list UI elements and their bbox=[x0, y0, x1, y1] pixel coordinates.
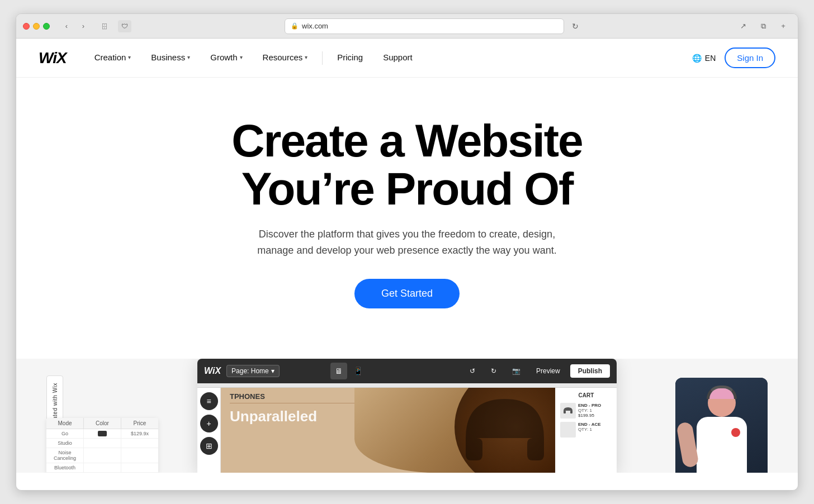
sign-in-button[interactable]: Sign In bbox=[725, 47, 775, 68]
get-started-button[interactable]: Get Started bbox=[354, 279, 460, 308]
forward-button[interactable]: › bbox=[75, 20, 91, 32]
product-row-0: Go $129.9x bbox=[46, 429, 158, 439]
copy-button[interactable]: ⧉ bbox=[755, 20, 771, 32]
share-button[interactable]: ↗ bbox=[735, 20, 751, 32]
page-selector[interactable]: Page: Home ▾ bbox=[226, 365, 280, 377]
headphone-icon bbox=[562, 406, 574, 415]
close-button[interactable] bbox=[23, 23, 30, 30]
cart-item-0-image bbox=[560, 403, 576, 419]
nav-item-business[interactable]: Business ▾ bbox=[141, 39, 200, 78]
row-price-1 bbox=[121, 439, 158, 448]
address-bar[interactable]: 🔒 wix.com bbox=[285, 18, 564, 34]
chevron-down-icon-3: ▾ bbox=[240, 54, 243, 60]
row-mode-1: Studio bbox=[46, 439, 84, 448]
editor-ruler bbox=[197, 383, 617, 388]
back-button[interactable]: ‹ bbox=[59, 20, 74, 32]
minimize-button[interactable] bbox=[33, 23, 40, 30]
chevron-down-icon-2: ▾ bbox=[187, 54, 190, 60]
browser-actions: ↗ ⧉ + bbox=[735, 20, 791, 32]
side-icon-grid[interactable]: ⊞ bbox=[200, 437, 218, 455]
row-mode-3: Bluetooth bbox=[46, 463, 84, 472]
row-color-2 bbox=[84, 448, 121, 463]
shirt-logo bbox=[731, 428, 740, 437]
address-bar-container: 🔒 wix.com ↻ bbox=[136, 18, 731, 34]
browser-nav-buttons: ‹ › bbox=[59, 20, 91, 32]
cart-panel: CART END - PRO QTY: 1 bbox=[555, 388, 617, 473]
person-figure bbox=[675, 378, 768, 473]
chevron-down-icon-4: ▾ bbox=[305, 54, 307, 60]
person-card bbox=[675, 378, 768, 473]
publish-button[interactable]: Publish bbox=[570, 364, 610, 378]
site-nav: WiX Creation ▾ Business ▾ Growth ▾ Resou… bbox=[16, 39, 798, 78]
nav-support-label: Support bbox=[383, 53, 413, 62]
cart-item-0-price: $199.95 bbox=[578, 413, 601, 418]
row-mode-2: Noise Canceling bbox=[46, 448, 84, 463]
product-row-2: Noise Canceling bbox=[46, 448, 158, 463]
extension-icon[interactable]: 🛡 bbox=[118, 20, 131, 32]
add-tab-button[interactable]: + bbox=[775, 20, 791, 32]
browser-titlebar: ‹ › ⌹ 🛡 🔒 wix.com ↻ ↗ ⧉ + bbox=[16, 14, 798, 39]
reload-button[interactable]: ↻ bbox=[569, 20, 582, 32]
nav-item-support[interactable]: Support bbox=[373, 39, 423, 78]
nav-business-label: Business bbox=[151, 53, 185, 62]
color-swatch-0 bbox=[98, 431, 107, 436]
nav-resources-label: Resources bbox=[263, 53, 303, 62]
side-icon-add[interactable]: + bbox=[200, 415, 218, 432]
editor-toolbar-right: ↺ ↻ 📷 Preview Publish bbox=[464, 364, 610, 378]
row-color-3 bbox=[84, 463, 121, 472]
nav-divider bbox=[322, 51, 323, 65]
nav-item-creation[interactable]: Creation ▾ bbox=[84, 39, 141, 78]
desktop-view-btn[interactable]: 🖥 bbox=[330, 363, 347, 379]
editor-toolbar: WiX Page: Home ▾ 🖥 📱 ↺ bbox=[197, 359, 617, 383]
wix-logo: WiX bbox=[39, 49, 67, 67]
page-chevron: ▾ bbox=[271, 367, 275, 375]
lock-icon: 🔒 bbox=[291, 22, 299, 30]
nav-item-growth[interactable]: Growth ▾ bbox=[200, 39, 252, 78]
mobile-view-btn[interactable]: 📱 bbox=[349, 363, 366, 379]
row-color-0 bbox=[84, 429, 121, 438]
row-price-3 bbox=[121, 463, 158, 472]
url-text: wix.com bbox=[302, 22, 328, 30]
language-label: EN bbox=[705, 54, 716, 63]
nav-item-resources[interactable]: Resources ▾ bbox=[253, 39, 318, 78]
sidebar-toggle-button[interactable]: ⌹ bbox=[96, 20, 113, 32]
chevron-down-icon: ▾ bbox=[128, 54, 131, 60]
editor-toolbar-left: WiX Page: Home ▾ bbox=[204, 365, 280, 377]
editor-toolbar-center: 🖥 📱 bbox=[330, 363, 366, 379]
editor-canvas: ≡ + ⊞ TPHONES Home bbox=[197, 383, 617, 473]
editor-wix-logo: WiX bbox=[204, 366, 221, 376]
wix-editor-preview: WiX Page: Home ▾ 🖥 📱 ↺ bbox=[197, 359, 617, 473]
row-mode-0: Go bbox=[46, 429, 84, 438]
side-icon-content[interactable]: ≡ bbox=[200, 392, 218, 410]
cart-title: CART bbox=[560, 392, 612, 398]
hero-title-line2: You’re Proud Of bbox=[242, 163, 573, 214]
maximize-button[interactable] bbox=[43, 23, 50, 30]
undo-btn[interactable]: ↺ bbox=[464, 364, 481, 378]
site-content-canvas: ≡ + ⊞ TPHONES Home bbox=[197, 388, 617, 473]
nav-item-pricing[interactable]: Pricing bbox=[327, 39, 373, 78]
language-selector[interactable]: 🌐 EN bbox=[692, 54, 716, 63]
product-table-side: Mode Color Price Go $129.9x Studio bbox=[46, 418, 158, 473]
nav-pricing-label: Pricing bbox=[337, 53, 363, 62]
floating-card-right bbox=[675, 378, 768, 473]
row-color-1 bbox=[84, 439, 121, 448]
nav-creation-label: Creation bbox=[94, 53, 126, 62]
cart-item-1-info: END - ACE QTY: 1 bbox=[578, 422, 601, 432]
headphone-bg bbox=[354, 388, 555, 473]
tphones-logo: TPHONES bbox=[230, 392, 265, 401]
headphone-svg bbox=[449, 388, 555, 473]
preview-btn[interactable]: Preview bbox=[531, 364, 566, 378]
redo-btn[interactable]: ↻ bbox=[485, 364, 502, 378]
row-price-0: $129.9x bbox=[121, 429, 158, 438]
product-row-3: Bluetooth bbox=[46, 463, 158, 473]
redo-icon: ↻ bbox=[491, 367, 496, 375]
cart-item-0-info: END - PRO QTY: 1 $199.95 bbox=[578, 403, 601, 418]
nav-links: Creation ▾ Business ▾ Growth ▾ Resources… bbox=[84, 39, 692, 78]
browser-window: ‹ › ⌹ 🛡 🔒 wix.com ↻ ↗ ⧉ + WiX Creation bbox=[16, 13, 798, 491]
cart-item-1-name: END - ACE bbox=[578, 422, 601, 427]
undo-icon: ↺ bbox=[470, 367, 475, 375]
image-editor-btn[interactable]: 📷 bbox=[507, 364, 526, 378]
row-price-2 bbox=[121, 448, 158, 463]
hero-subtitle: Discover the platform that gives you the… bbox=[245, 226, 569, 259]
site-main-preview: TPHONES Home Reviews Shop Unparalleled bbox=[221, 388, 555, 473]
